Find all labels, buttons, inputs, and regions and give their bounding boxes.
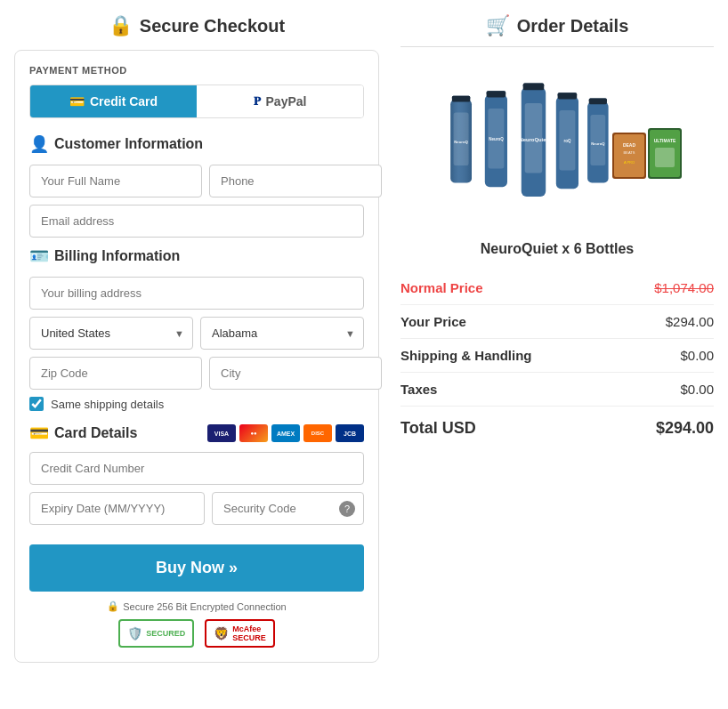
jcb-icon: JCB <box>336 424 364 442</box>
shipping-label: Shipping & Handling <box>400 348 531 363</box>
trust-secured-badge: 🛡️ SECURED <box>118 619 194 648</box>
cart-icon: 🛒 <box>486 14 510 37</box>
city-input[interactable] <box>209 357 382 390</box>
shield-icon: 🛡️ <box>127 626 142 641</box>
same-shipping-label: Same shipping details <box>51 398 164 411</box>
country-select[interactable]: United States Canada United Kingdom <box>29 317 193 350</box>
tab-paypal[interactable]: 𝐏 PayPal <box>197 85 363 117</box>
email-input[interactable] <box>29 205 364 238</box>
same-shipping-checkbox[interactable] <box>29 397 44 411</box>
phone-input[interactable] <box>209 165 382 197</box>
billing-address-input[interactable] <box>29 277 364 310</box>
svg-text:NeuroQ: NeuroQ <box>454 140 468 144</box>
svg-text:NeuroQuiet: NeuroQuiet <box>519 137 547 142</box>
expiry-security-row: ? <box>29 492 364 525</box>
country-select-wrapper: United States Canada United Kingdom ▼ <box>29 317 193 350</box>
mcafee-badge: 🦁 McAfee SECURE <box>205 619 275 648</box>
svg-text:DEAD: DEAD <box>623 142 636 148</box>
svg-text:roQ: roQ <box>563 139 571 143</box>
order-details-title: 🛒 Order Details <box>400 14 714 37</box>
svg-rect-25 <box>589 99 607 105</box>
shipping-value: $0.00 <box>680 348 714 363</box>
total-row: Total USD $294.00 <box>400 407 714 447</box>
svg-text:BEATS: BEATS <box>624 150 635 155</box>
svg-text:A PRO: A PRO <box>624 160 635 165</box>
svg-text:ULTIMATE: ULTIMATE <box>654 138 676 143</box>
price-list: Normal Price $1,074.00 Your Price $294.0… <box>400 271 714 447</box>
taxes-label: Taxes <box>400 382 437 397</box>
card-number-row <box>29 452 364 485</box>
card-section-title: 💳 Card Details <box>29 423 137 443</box>
checkout-box: PAYMENT METHOD 💳 Credit Card 𝐏 PayPal 👤 … <box>14 50 379 663</box>
discover-icon: DISC <box>303 424 332 442</box>
full-name-input[interactable] <box>29 165 202 197</box>
lock-small-icon: 🔒 <box>107 600 119 612</box>
product-image: NeuroQ NeuroQ NeuroQuiet <box>424 61 691 230</box>
checkout-title: 🔒 Secure Checkout <box>14 14 379 37</box>
mcafee-icon: 🦁 <box>214 626 229 641</box>
left-panel: 🔒 Secure Checkout PAYMENT METHOD 💳 Credi… <box>14 14 379 663</box>
tab-credit-card[interactable]: 💳 Credit Card <box>30 85 197 117</box>
normal-price-value: $1,074.00 <box>654 280 714 295</box>
svg-text:NeuroQ: NeuroQ <box>591 141 605 146</box>
total-value: $294.00 <box>656 419 714 438</box>
state-select[interactable]: Alabama Alaska Arizona California Florid… <box>200 317 364 350</box>
country-state-row: United States Canada United Kingdom ▼ Al… <box>29 317 364 350</box>
svg-rect-23 <box>590 115 605 165</box>
svg-rect-10 <box>487 91 506 97</box>
zip-city-row <box>29 357 364 390</box>
svg-rect-27 <box>614 134 644 177</box>
shipping-row: Shipping & Handling $0.00 <box>400 339 714 373</box>
billing-section-title: 🪪 Billing Information <box>29 246 364 266</box>
zip-input[interactable] <box>29 357 202 390</box>
normal-price-label: Normal Price <box>400 280 483 295</box>
product-name: NeuroQuiet x 6 Bottles <box>400 241 714 257</box>
svg-rect-15 <box>523 84 545 91</box>
your-price-row: Your Price $294.00 <box>400 305 714 339</box>
state-select-wrapper: Alabama Alaska Arizona California Florid… <box>200 317 364 350</box>
your-price-label: Your Price <box>400 314 466 329</box>
security-help-icon[interactable]: ? <box>339 501 355 517</box>
taxes-row: Taxes $0.00 <box>400 373 714 407</box>
payment-method-label: PAYMENT METHOD <box>29 65 364 76</box>
svg-text:NeuroQ: NeuroQ <box>489 137 504 141</box>
same-shipping-row: Same shipping details <box>29 397 364 411</box>
person-icon: 👤 <box>29 134 49 154</box>
mastercard-icon: ●● <box>239 424 268 442</box>
total-label: Total USD <box>400 419 476 438</box>
right-panel: 🛒 Order Details NeuroQ <box>400 14 714 663</box>
your-price-value: $294.00 <box>666 314 714 329</box>
card-details-header: 💳 Card Details VISA ●● AMEX DISC JCB <box>29 423 364 443</box>
card-number-input[interactable] <box>29 452 364 485</box>
customer-section-title: 👤 Customer Information <box>29 134 364 154</box>
expiry-input[interactable] <box>29 492 205 525</box>
name-phone-row <box>29 165 364 197</box>
paypal-icon: 𝐏 <box>254 94 261 109</box>
email-row <box>29 205 364 238</box>
svg-rect-34 <box>655 148 675 167</box>
billing-icon: 🪪 <box>29 246 49 266</box>
address-row <box>29 277 364 310</box>
security-wrapper: ? <box>212 492 364 525</box>
product-image-container: NeuroQ NeuroQ NeuroQuiet <box>400 61 714 230</box>
secure-checkout-icon: 🔒 <box>109 14 133 37</box>
buy-now-button[interactable]: Buy Now » <box>29 544 364 592</box>
amex-icon: AMEX <box>271 424 300 442</box>
trust-badges: 🛡️ SECURED 🦁 McAfee SECURE <box>29 619 364 648</box>
svg-rect-20 <box>558 93 578 99</box>
secure-text: 🔒 Secure 256 Bit Encrypted Connection <box>29 600 364 612</box>
svg-rect-5 <box>452 96 470 102</box>
normal-price-row: Normal Price $1,074.00 <box>400 271 714 305</box>
payment-tabs: 💳 Credit Card 𝐏 PayPal <box>29 85 364 118</box>
taxes-value: $0.00 <box>680 382 714 397</box>
card-icons-row: VISA ●● AMEX DISC JCB <box>207 424 364 442</box>
visa-icon: VISA <box>207 424 236 442</box>
credit-card-icon: 💳 <box>69 94 85 109</box>
divider <box>400 46 714 47</box>
card-details-icon: 💳 <box>29 423 49 443</box>
